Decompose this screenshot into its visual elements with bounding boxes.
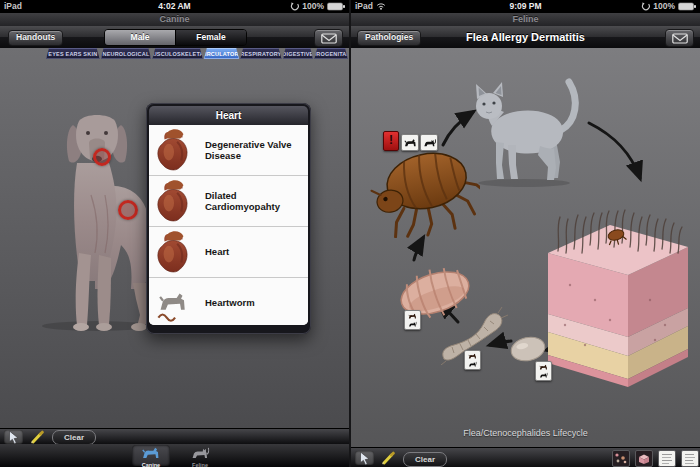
- list-item-label: Heart: [205, 246, 301, 257]
- window-title: Feline: [351, 13, 700, 27]
- tab-circulatory[interactable]: CIRCULATORY: [204, 48, 239, 59]
- popover-title: Heart: [149, 106, 308, 125]
- envelope-icon: [321, 33, 337, 44]
- orientation-lock-icon: [641, 2, 650, 11]
- top-toolbar: Handouts Male Female: [0, 26, 349, 49]
- pathology-nav-bar: Pathologies Flea Allergy Dermatitis: [351, 26, 700, 49]
- list-item-dilated-cardiomyopathy[interactable]: Dilated Cardiomyopahty: [149, 176, 308, 227]
- tab-canine[interactable]: Canine: [132, 445, 170, 466]
- window-title: Canine: [0, 13, 349, 27]
- list-item-heart[interactable]: Heart: [149, 227, 308, 278]
- body-system-tabs: EYES EARS SKIN NEUROLOGICAL MUSCULOSKELE…: [46, 48, 348, 59]
- document-thumb-icon: [659, 451, 675, 466]
- list-item-label: Heartworm: [205, 297, 301, 308]
- skin-cube-thumb-icon: [636, 451, 652, 466]
- envelope-icon: [672, 33, 688, 44]
- heart-hotspot[interactable]: [118, 200, 138, 220]
- cat-icon: [467, 361, 478, 367]
- tab-digestive[interactable]: DIGESTIVE: [283, 48, 314, 59]
- annotation-toolbar: Clear: [351, 447, 700, 467]
- adult-flea-illustration: [366, 138, 480, 238]
- larva-host-badge: [464, 350, 481, 370]
- orientation-lock-icon: [290, 2, 299, 11]
- status-bar: iPad 4:02 AM 100%: [0, 0, 349, 13]
- cursor-icon: [8, 430, 20, 444]
- pathologies-back-button[interactable]: Pathologies: [357, 30, 421, 46]
- annotation-toolbar: Clear: [0, 428, 349, 445]
- tab-canine-label: Canine: [132, 462, 170, 467]
- zoonotic-warning-badge: !: [383, 131, 399, 151]
- share-handout-button[interactable]: [314, 29, 343, 47]
- draw-tool-button[interactable]: [27, 430, 46, 444]
- list-item-label: Dilated Cardiomyopahty: [205, 190, 301, 213]
- anatomy-canvas: EYES EARS SKIN NEUROLOGICAL MUSCULOSKELE…: [0, 48, 349, 428]
- species-tab-bar: Canine Feline: [0, 444, 349, 467]
- popover-list: Degenerative Valve Disease Dilated Cardi…: [149, 125, 308, 325]
- cat-icon: [189, 446, 211, 459]
- tab-musculoskeletal[interactable]: MUSCULOSKELETAL: [152, 48, 203, 59]
- tab-feline[interactable]: Feline: [181, 445, 219, 466]
- clear-annotations-button[interactable]: Clear: [52, 430, 96, 445]
- list-item-heartworm[interactable]: Heartworm: [149, 278, 308, 325]
- draw-tool-button[interactable]: [378, 451, 397, 465]
- pathology-title: Flea Allergy Dermatitis: [421, 26, 630, 48]
- diagram-caption: Flea/Ctenocephalides Lifecycle: [351, 428, 700, 438]
- clear-annotations-button[interactable]: Clear: [403, 452, 447, 467]
- page-thumbnail-notes-2[interactable]: [681, 450, 699, 467]
- screenshot-canvas: iPad 4:02 AM 100% Canine Handouts Male F: [0, 0, 700, 467]
- heart-popover: Heart Degenerative Valve Disease Dilated…: [146, 103, 311, 334]
- tab-neurological[interactable]: NEUROLOGICAL: [101, 48, 152, 59]
- neck-hotspot[interactable]: [93, 148, 111, 166]
- feline-app-screen: iPad 9:09 PM 100% Feline: [351, 0, 700, 467]
- dog-icon: [404, 138, 417, 147]
- handouts-button[interactable]: Handouts: [8, 30, 63, 46]
- segment-female[interactable]: Female: [175, 30, 246, 45]
- list-item-degenerative-valve-disease[interactable]: Degenerative Valve Disease: [149, 125, 308, 176]
- cat-icon: [423, 138, 436, 147]
- document-thumb-icon: [682, 451, 698, 466]
- battery-percent: 100%: [653, 1, 675, 11]
- tab-eyes-ears-skin[interactable]: EYES EARS SKIN: [46, 48, 100, 59]
- dog-affected-badge: [401, 134, 419, 151]
- cat-icon: [538, 372, 549, 378]
- battery-icon: [327, 2, 346, 11]
- share-handout-button[interactable]: [665, 29, 694, 47]
- tab-feline-label: Feline: [181, 462, 219, 467]
- dog-icon: [467, 353, 478, 359]
- heart-thumbnail-icon: [151, 178, 195, 224]
- pencil-icon: [30, 430, 44, 444]
- sex-segmented-control: Male Female: [104, 29, 247, 46]
- warning-icon: !: [389, 133, 393, 147]
- page-thumbnail-skin-cube[interactable]: [635, 450, 653, 467]
- dog-icon: [407, 313, 418, 319]
- tab-respiratory[interactable]: RESPIRATORY: [240, 48, 281, 59]
- dog-icon: [140, 446, 162, 459]
- cursor-icon: [359, 451, 371, 465]
- dog-icon: [538, 364, 549, 370]
- battery-percent: 100%: [302, 1, 324, 11]
- page-thumbnail-lifecycle[interactable]: [612, 450, 630, 467]
- pupa-host-badge: [404, 310, 421, 330]
- canine-app-screen: iPad 4:02 AM 100% Canine Handouts Male F: [0, 0, 349, 467]
- heartworm-dog-thumbnail-icon: [151, 280, 195, 325]
- heart-thumbnail-icon: [151, 229, 195, 275]
- list-item-label: Degenerative Valve Disease: [205, 139, 301, 162]
- select-tool-button[interactable]: [355, 451, 374, 465]
- tab-urogenital[interactable]: UROGENITAL: [314, 48, 348, 59]
- page-thumbnail-notes-1[interactable]: [658, 450, 676, 467]
- cat-illustration: [462, 72, 590, 190]
- lifecycle-diagram: !: [351, 48, 700, 447]
- segment-male[interactable]: Male: [105, 30, 175, 45]
- cat-icon: [407, 321, 418, 327]
- heart-thumbnail-icon: [151, 127, 195, 173]
- status-bar: iPad 9:09 PM 100%: [351, 0, 700, 13]
- pencil-icon: [381, 451, 395, 465]
- skin-section-illustration: [540, 205, 695, 395]
- egg-host-badge: [535, 361, 552, 381]
- lifecycle-thumb-icon: [613, 451, 629, 466]
- cat-affected-badge: [420, 134, 438, 151]
- select-tool-button[interactable]: [4, 430, 23, 444]
- battery-icon: [678, 2, 697, 11]
